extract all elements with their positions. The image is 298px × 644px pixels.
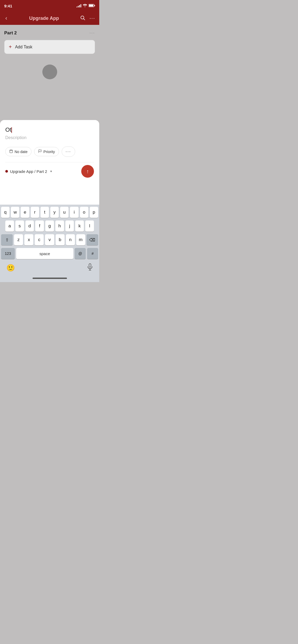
key-delete[interactable]: ⌫ [87, 234, 98, 245]
task-title-input[interactable]: Ot [5, 126, 94, 133]
key-i[interactable]: i [70, 207, 78, 218]
key-e[interactable]: e [21, 207, 29, 218]
key-t[interactable]: t [40, 207, 49, 218]
svg-rect-5 [10, 150, 13, 153]
keyboard-row-1: q w e r t y u i o p [1, 207, 98, 218]
section-title: Part 2 [4, 30, 17, 36]
svg-rect-10 [89, 264, 91, 267]
svg-rect-1 [89, 4, 93, 7]
key-s[interactable]: s [15, 220, 24, 232]
more-options-button[interactable]: ··· [62, 146, 75, 157]
task-description-placeholder[interactable]: Description [5, 135, 94, 140]
add-task-plus-icon: + [9, 44, 12, 50]
drag-circle [42, 65, 57, 79]
key-q[interactable]: q [1, 207, 10, 218]
key-f[interactable]: f [35, 220, 44, 232]
status-time: 9:41 [4, 4, 12, 8]
drag-handle-area [4, 54, 95, 85]
key-h[interactable]: h [55, 220, 64, 232]
keyboard-row-2: a s d f g h j k l [1, 220, 98, 232]
back-button[interactable]: ‹ [4, 14, 8, 23]
project-dot [5, 170, 8, 173]
svg-line-4 [83, 19, 85, 20]
more-options-icon[interactable]: ··· [89, 15, 95, 22]
key-p[interactable]: p [90, 207, 98, 218]
keyboard-row-3: ⇧ z x c v b n m ⌫ [1, 234, 98, 245]
signal-icon [76, 4, 81, 7]
key-g[interactable]: g [45, 220, 54, 232]
key-o[interactable]: o [80, 207, 88, 218]
section-header: Part 2 ··· [4, 30, 95, 36]
emoji-button[interactable]: 🙂 [6, 264, 15, 272]
home-indicator [1, 277, 98, 281]
submit-button[interactable]: ↑ [81, 165, 94, 178]
flag-icon [38, 149, 42, 154]
microphone-icon[interactable] [87, 263, 93, 272]
keyboard-bottom-row: 123 space @ # [1, 248, 98, 259]
svg-rect-2 [94, 5, 95, 6]
key-hash[interactable]: # [87, 248, 98, 259]
nav-title: Upgrade App [11, 16, 76, 21]
key-u[interactable]: u [60, 207, 69, 218]
nav-actions: ··· [80, 15, 95, 22]
add-task-label: Add Task [15, 45, 33, 49]
key-j[interactable]: j [65, 220, 74, 232]
key-l[interactable]: l [85, 220, 94, 232]
key-r[interactable]: r [31, 207, 39, 218]
key-y[interactable]: y [50, 207, 59, 218]
project-name: Upgrade App / Part 2 [10, 169, 47, 174]
calendar-icon [9, 149, 13, 154]
key-m[interactable]: m [76, 234, 85, 245]
key-d[interactable]: d [25, 220, 34, 232]
keyboard-extras: 🙂 [1, 261, 98, 277]
task-actions: No date Priority ··· [5, 146, 94, 157]
nav-bar: ‹ Upgrade App ··· [0, 12, 99, 25]
submit-arrow-icon: ↑ [86, 168, 89, 174]
key-n[interactable]: n [66, 234, 75, 245]
key-k[interactable]: k [75, 220, 84, 232]
text-cursor [11, 127, 12, 133]
status-icons [76, 4, 95, 8]
key-at[interactable]: @ [75, 248, 86, 259]
key-w[interactable]: w [11, 207, 19, 218]
project-info[interactable]: Upgrade App / Part 2 ▾ [5, 169, 52, 174]
chevron-down-icon: ▾ [50, 169, 52, 173]
key-a[interactable]: a [5, 220, 14, 232]
status-bar: 9:41 [0, 0, 99, 12]
more-icon: ··· [66, 149, 71, 154]
battery-icon [89, 4, 95, 8]
key-c[interactable]: c [35, 234, 44, 245]
key-z[interactable]: z [14, 234, 23, 245]
key-shift[interactable]: ⇧ [1, 234, 13, 245]
main-content: Part 2 ··· + Add Task [0, 25, 99, 120]
project-row: Upgrade App / Part 2 ▾ ↑ [5, 162, 94, 182]
key-b[interactable]: b [56, 234, 65, 245]
home-bar [33, 278, 67, 279]
no-date-label: No date [15, 150, 28, 154]
priority-label: Priority [43, 150, 55, 154]
section-more-icon[interactable]: ··· [89, 30, 95, 36]
keyboard: q w e r t y u i o p a s d f g h j k l ⇧ … [0, 205, 99, 282]
bottom-sheet: Ot Description No date Priority [0, 120, 99, 205]
no-date-button[interactable]: No date [5, 147, 31, 156]
task-title-text: Ot [5, 126, 11, 133]
add-task-button[interactable]: + Add Task [4, 40, 95, 54]
wifi-icon [83, 4, 87, 8]
key-space[interactable]: space [16, 248, 73, 259]
priority-button[interactable]: Priority [34, 147, 59, 156]
key-x[interactable]: x [24, 234, 33, 245]
key-v[interactable]: v [45, 234, 54, 245]
search-icon[interactable] [80, 15, 85, 22]
key-numbers[interactable]: 123 [1, 248, 15, 259]
